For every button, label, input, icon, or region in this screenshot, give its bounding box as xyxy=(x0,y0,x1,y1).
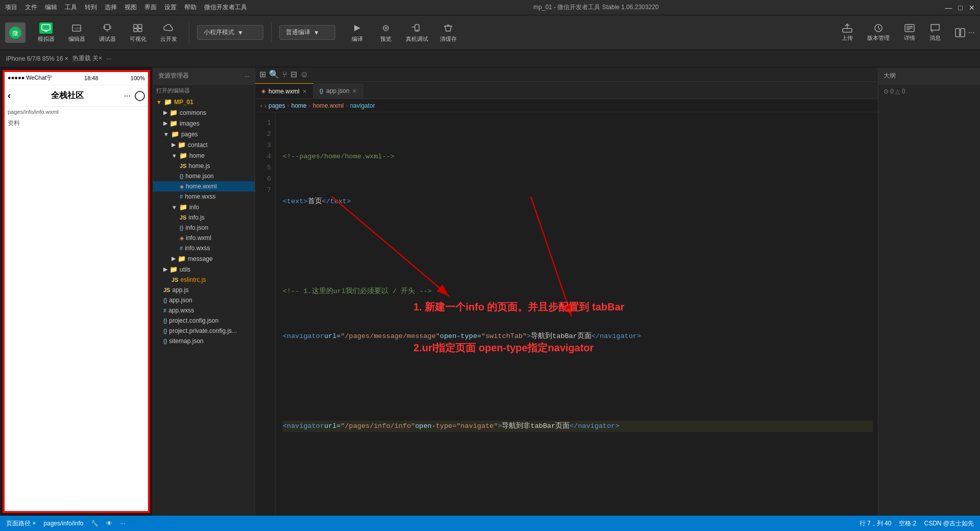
compile-selector[interactable]: 普通编译 ▼ xyxy=(279,25,335,40)
breadcrumb-symbol[interactable]: navigator xyxy=(350,102,375,109)
editor-btn[interactable]: </> 编辑器 xyxy=(64,20,89,45)
code-editor[interactable]: 1 2 3 4 5 6 7 <!--pages/home/home.wxml--… xyxy=(255,112,878,516)
code-content[interactable]: <!--pages/home/home.wxml--> <text>首页</te… xyxy=(276,112,878,516)
status-page-path-label[interactable]: 页面路径 × xyxy=(6,519,36,528)
tree-item-pages[interactable]: ▼ 📁 pages xyxy=(153,129,255,139)
menu-item-tools[interactable]: 工具 xyxy=(65,3,77,12)
maximize-btn[interactable]: □ xyxy=(959,4,963,12)
menu-item-file[interactable]: 文件 xyxy=(25,3,37,12)
menu-item-interface[interactable]: 界面 xyxy=(144,3,157,12)
device-debug-btn[interactable]: 真机调试 xyxy=(402,20,432,45)
status-eye-icon[interactable]: 👁 xyxy=(106,520,112,527)
tree-item-home-js[interactable]: JS home.js xyxy=(153,161,255,171)
more-options-icon[interactable]: ··· xyxy=(968,28,975,37)
tree-item-commons[interactable]: ▶ 📁 commons xyxy=(153,107,255,118)
tab-app-json[interactable]: {} app.json × xyxy=(313,83,363,99)
breadcrumb-pages[interactable]: pages xyxy=(268,102,285,109)
home-js-icon: JS xyxy=(180,163,186,169)
pages-label: pages xyxy=(181,131,198,138)
sim-back-icon[interactable]: ‹ xyxy=(8,90,11,101)
details-btn[interactable]: 详情 xyxy=(899,21,920,44)
open-editors-section[interactable]: 打开的编辑器 xyxy=(153,85,255,96)
status-build-icon[interactable]: 🔧 xyxy=(91,520,99,527)
debugger-btn[interactable]: 调试器 xyxy=(94,20,120,45)
breadcrumb-home[interactable]: home xyxy=(291,102,307,109)
status-more-icon[interactable]: ··· xyxy=(120,520,125,527)
app-json-label: app.json xyxy=(169,297,192,304)
menu-item-view[interactable]: 视图 xyxy=(125,3,137,12)
tree-item-project-private[interactable]: {} project.private.config.js... xyxy=(153,326,255,336)
editor-toolbar-copy-icon[interactable]: ⊞ xyxy=(259,69,266,79)
preview-btn[interactable]: 预览 xyxy=(373,20,399,45)
tree-item-images[interactable]: ▶ 📁 images xyxy=(153,118,255,129)
version-mgmt-btn[interactable]: 版本管理 xyxy=(862,21,895,44)
breadcrumb-file[interactable]: home.wxml xyxy=(313,102,344,109)
visualize-btn[interactable]: 可视化 xyxy=(125,20,151,45)
tree-item-home-wxss[interactable]: # home.wxss xyxy=(153,191,255,202)
sim-circle-icon xyxy=(135,91,145,101)
editor-toolbar-search-icon[interactable]: 🔍 xyxy=(269,69,279,79)
tree-item-app-wxss[interactable]: # app.wxss xyxy=(153,305,255,316)
code-val-url-1: "/pages/message/message" xyxy=(340,331,439,342)
device-selector[interactable]: iPhone 6/7/8 85% 16 × xyxy=(6,55,68,62)
tree-item-home-json[interactable]: {} home.json xyxy=(153,171,255,181)
tree-item-info-wxml[interactable]: ◈ info.wxml xyxy=(153,233,255,243)
minimize-btn[interactable]: — xyxy=(945,4,952,12)
code-comment-2: <!-- 1.这里的url我们必须要以 / 开头 --> xyxy=(283,286,432,297)
mode-selector[interactable]: 小程序模式 ▼ xyxy=(197,25,263,40)
tree-item-app-js[interactable]: JS app.js xyxy=(153,285,255,295)
tree-item-project-config[interactable]: {} project.config.json xyxy=(153,316,255,326)
tab-home-wxml-close[interactable]: × xyxy=(303,87,307,95)
tree-item-sitemap[interactable]: {} sitemap.json xyxy=(153,336,255,346)
tree-item-info-wxss[interactable]: # info.wxss xyxy=(153,243,255,253)
tree-item-utils[interactable]: ▶ 📁 utils xyxy=(153,264,255,275)
explorer-more-btn[interactable]: ··· xyxy=(244,73,250,80)
tree-item-home[interactable]: ▼ 📁 home xyxy=(153,150,255,161)
tree-item-info-js[interactable]: JS info.js xyxy=(153,212,255,223)
message-btn[interactable]: 消息 xyxy=(924,21,946,44)
tree-item-home-wxml[interactable]: ◈ home.wxml xyxy=(153,181,255,191)
tree-item-info-json[interactable]: {} info.json xyxy=(153,223,255,233)
project-root[interactable]: ▼ 📁 MP_01 xyxy=(153,96,255,107)
tree-item-message[interactable]: ▶ 📁 message xyxy=(153,253,255,264)
menu-bar[interactable]: 项目 文件 编辑 工具 转到 选择 视图 界面 设置 帮助 微信开发者工具 xyxy=(5,3,247,12)
simulator-btn[interactable]: 模拟器 xyxy=(33,20,59,45)
simulator-label: 模拟器 xyxy=(38,35,55,43)
close-btn[interactable]: ✕ xyxy=(969,4,975,12)
window-controls[interactable]: — □ ✕ xyxy=(945,4,975,12)
clear-cache-btn[interactable]: 清缓存 xyxy=(435,20,461,45)
menu-item-help[interactable]: 帮助 xyxy=(184,3,197,12)
tree-item-app-json[interactable]: {} app.json xyxy=(153,295,255,305)
home-wxss-label: home.wxss xyxy=(185,193,215,200)
compile-btn[interactable]: 编译 xyxy=(345,20,370,45)
tree-item-info[interactable]: ▼ 📁 info xyxy=(153,202,255,212)
tab-app-json-close[interactable]: × xyxy=(353,87,357,95)
upload-btn[interactable]: 上传 xyxy=(837,21,858,44)
menu-item-wechat-tools[interactable]: 微信开发者工具 xyxy=(204,3,247,12)
breadcrumb-nav-forward[interactable]: › xyxy=(264,102,266,109)
code-nav-close-2: > xyxy=(498,421,502,432)
cloud-btn[interactable]: 云开发 xyxy=(156,20,181,45)
tree-item-contact[interactable]: ▶ 📁 contact xyxy=(153,139,255,150)
tab-home-wxml[interactable]: ◈ home.wxml × xyxy=(255,83,313,99)
menu-item-goto[interactable]: 转到 xyxy=(85,3,97,12)
menu-item-settings[interactable]: 设置 xyxy=(164,3,177,12)
editor-toolbar-user-icon[interactable]: ☺ xyxy=(300,70,308,79)
menu-item-project[interactable]: 项目 xyxy=(5,3,17,12)
breadcrumb-sep-1: › xyxy=(287,102,289,109)
breadcrumb-sep-3: › xyxy=(346,102,348,109)
line-numbers: 1 2 3 4 5 6 7 xyxy=(255,112,276,516)
layout-icon[interactable] xyxy=(955,28,965,37)
editor-toolbar-grid-icon[interactable]: ⊟ xyxy=(290,69,297,79)
svg-rect-16 xyxy=(138,29,142,32)
editor-toolbar-branch-icon[interactable]: ⑂ xyxy=(282,70,287,79)
hot-reload-btn[interactable]: 热重载 关× xyxy=(72,54,102,63)
menu-item-select[interactable]: 选择 xyxy=(105,3,117,12)
breadcrumb-nav-back[interactable]: ‹ xyxy=(260,102,262,109)
tree-item-eslintrc[interactable]: JS eslintrc.js xyxy=(153,275,255,285)
visualize-icon xyxy=(131,22,144,34)
debugger-label: 调试器 xyxy=(99,35,116,43)
menu-item-edit[interactable]: 编辑 xyxy=(45,3,57,12)
sim-more-icon[interactable]: ··· xyxy=(124,91,131,101)
device-more-btn[interactable]: ··· xyxy=(106,55,111,62)
